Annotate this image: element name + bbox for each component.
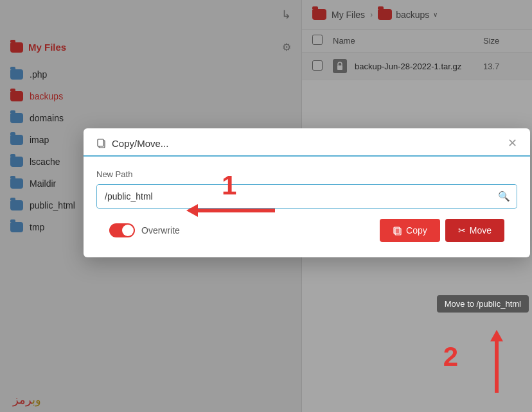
modal-close-button[interactable]: ✕ xyxy=(508,137,517,149)
scissors-icon: ✂ xyxy=(458,225,466,236)
modal-buttons: Copy ✂ Move xyxy=(380,219,504,242)
overwrite-row: Overwrite xyxy=(109,223,180,237)
modal-footer: Overwrite Copy ✂ Move xyxy=(96,219,517,242)
modal-title-text: Copy/Move... xyxy=(112,138,168,149)
svg-rect-2 xyxy=(98,139,103,146)
copy-button-label: Copy xyxy=(406,225,427,236)
svg-rect-4 xyxy=(394,227,400,234)
move-button[interactable]: ✂ Move xyxy=(445,219,504,242)
new-path-label: New Path xyxy=(96,169,517,179)
overwrite-toggle[interactable] xyxy=(109,223,135,237)
path-search-icon: 🔍 xyxy=(498,191,510,202)
path-input-wrap: 🔍 xyxy=(96,184,517,209)
copy-icon-header xyxy=(96,138,107,148)
toggle-knob xyxy=(122,225,134,236)
app-container: ↳ My Files ⚙ .php backups domains xyxy=(0,0,532,412)
copy-button-icon xyxy=(393,226,402,236)
copy-button[interactable]: Copy xyxy=(380,219,440,242)
move-button-label: Move xyxy=(470,225,492,236)
modal-body: New Path 🔍 Overwrite xyxy=(84,157,530,257)
modal-header: Copy/Move... ✕ xyxy=(84,128,530,157)
modal-title: Copy/Move... xyxy=(96,138,168,149)
path-input[interactable] xyxy=(97,185,517,208)
copy-move-modal: Copy/Move... ✕ New Path 🔍 Overwrite xyxy=(84,128,530,257)
overwrite-label: Overwrite xyxy=(141,225,180,236)
